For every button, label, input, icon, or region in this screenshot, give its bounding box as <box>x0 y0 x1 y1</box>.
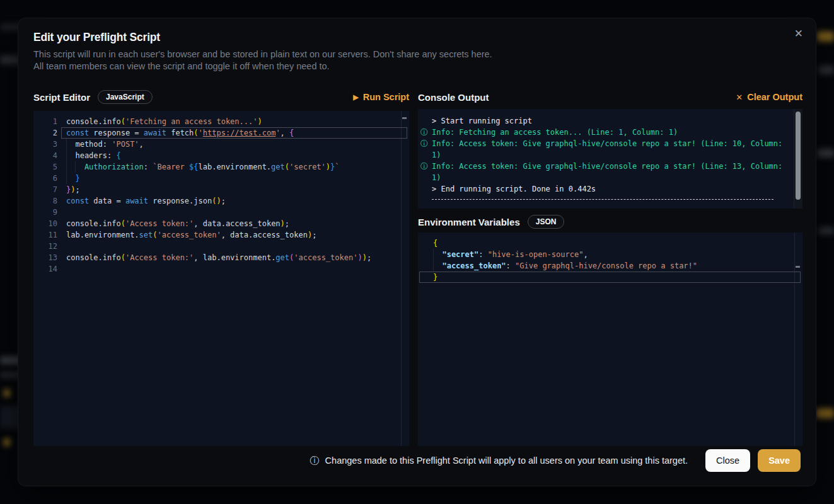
backdrop-blur-item <box>818 66 834 74</box>
backdrop-blur-item <box>4 438 10 446</box>
info-icon: ⓘ <box>310 455 320 467</box>
line-number: 1 <box>33 116 57 127</box>
code-line[interactable]: 5 Authorization: `Bearer ${lab.environme… <box>33 161 409 173</box>
code-line[interactable]: 6 } <box>33 173 409 184</box>
line-number: 3 <box>33 139 57 150</box>
backdrop-blur-item <box>817 149 834 158</box>
page-title: Edit your Preflight Script <box>33 31 160 44</box>
code-line[interactable]: 1console.info('Fetching an access token.… <box>33 116 409 127</box>
save-button[interactable]: Save <box>758 449 801 472</box>
clear-output-button[interactable]: ✕ Clear Output <box>736 92 802 102</box>
console-line: > End running script. Done in 0.442s <box>418 183 789 195</box>
info-icon: ⓘ <box>420 161 428 172</box>
code-line[interactable]: "secret": "hive-is-open-source", <box>418 249 802 260</box>
close-icon[interactable]: ✕ <box>794 28 803 39</box>
description-line: All team members can view the script and… <box>33 60 492 72</box>
backdrop-blur-item <box>816 408 834 418</box>
code-line[interactable]: 7}); <box>33 184 409 195</box>
code-line[interactable]: 10console.info('Access token:', data.acc… <box>33 218 409 229</box>
line-number: 12 <box>33 241 57 252</box>
code-line[interactable]: 4 headers: { <box>33 150 409 161</box>
footer-note-text: Changes made to this Preflight Script wi… <box>325 455 688 466</box>
console-line: ⓘInfo: Fetching an access token... (Line… <box>418 127 789 138</box>
code-line[interactable]: 13console.info('Access token:', lab.envi… <box>33 252 409 263</box>
console-separator <box>432 199 773 200</box>
line-number: 2 <box>33 127 57 139</box>
line-number: 4 <box>33 150 57 161</box>
code-line[interactable]: 12 <box>33 241 409 252</box>
line-number: 5 <box>33 161 57 173</box>
play-icon: ▶ <box>353 94 358 101</box>
line-number: 6 <box>33 173 57 184</box>
preflight-script-modal: ✕ Edit your Preflight Script This script… <box>18 18 816 486</box>
code-line[interactable]: 11lab.environment.set('access_token', da… <box>33 229 409 241</box>
code-line[interactable]: 3 method: 'POST', <box>33 139 409 150</box>
line-number: 8 <box>33 195 57 207</box>
code-line[interactable]: "access_token": "Give graphql-hive/conso… <box>418 260 802 272</box>
script-code-editor[interactable]: 1console.info('Fetching an access token.… <box>33 111 409 446</box>
javascript-badge: JavaScript <box>98 90 153 104</box>
console-line: ⓘInfo: Access token: Give graphql-hive/c… <box>418 161 789 183</box>
description-line: This script will run in each user's brow… <box>33 49 492 60</box>
code-line[interactable]: 8const data = await response.json(); <box>33 195 409 207</box>
modal-description: This script will run in each user's brow… <box>33 49 492 72</box>
footer-note: ⓘ Changes made to this Preflight Script … <box>310 455 688 467</box>
console-scrollbar-thumb[interactable] <box>796 112 801 200</box>
line-number: 14 <box>33 263 57 275</box>
console-output-panel[interactable]: > Start running scriptⓘInfo: Fetching an… <box>418 109 802 209</box>
backdrop-blur-item <box>4 389 10 397</box>
clear-output-label: Clear Output <box>747 92 802 102</box>
line-number: 11 <box>33 229 57 241</box>
run-script-label: Run Script <box>363 92 409 102</box>
close-button[interactable]: Close <box>705 449 750 472</box>
code-line[interactable]: 9 <box>33 207 409 218</box>
console-line: ⓘInfo: Access token: Give graphql-hive/c… <box>418 138 789 161</box>
line-number: 13 <box>33 252 57 263</box>
info-icon: ⓘ <box>420 138 428 149</box>
clear-icon: ✕ <box>736 93 743 101</box>
screen: ✕ Edit your Preflight Script This script… <box>0 0 834 504</box>
backdrop-blur-item <box>817 32 834 42</box>
line-number: 7 <box>33 184 57 195</box>
code-line[interactable]: { <box>418 238 802 249</box>
code-line[interactable]: 14 <box>33 263 409 275</box>
console-line: > Start running script <box>418 115 789 127</box>
environment-variables-editor[interactable]: { "secret": "hive-is-open-source", "acce… <box>418 232 802 446</box>
code-line[interactable]: 2const response = await fetch('https://t… <box>33 127 409 139</box>
environment-variables-heading: Environment Variables <box>418 217 520 227</box>
console-output-heading: Console Output <box>418 92 489 103</box>
code-line[interactable]: } <box>418 272 802 283</box>
line-number: 9 <box>33 207 57 218</box>
info-icon: ⓘ <box>420 127 428 138</box>
script-editor-heading: Script Editor <box>33 92 90 103</box>
backdrop-blur-item <box>818 227 834 234</box>
run-script-button[interactable]: ▶ Run Script <box>353 92 409 102</box>
line-number: 10 <box>33 218 57 229</box>
json-badge: JSON <box>528 215 565 229</box>
